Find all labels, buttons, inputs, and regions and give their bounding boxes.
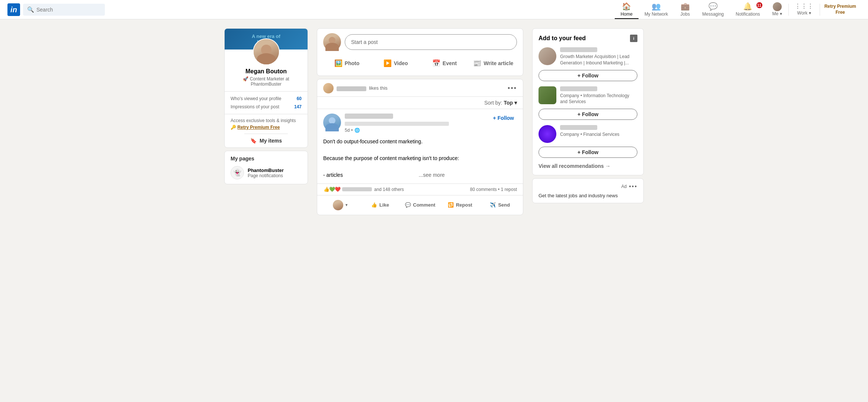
sort-bar: Sort by: Top ▾ <box>317 97 523 109</box>
feed-person-3-info: Company • Financial Services <box>560 125 637 138</box>
follow-person-1-button[interactable]: + Follow <box>539 70 637 81</box>
like-button[interactable]: ▾ <box>320 196 360 214</box>
follow-author-button[interactable]: + Follow <box>490 114 517 122</box>
profile-stat-views[interactable]: Who's viewed your profile 60 <box>231 95 302 103</box>
nav-me-label: Me ▾ <box>772 11 782 16</box>
article-icon: 📰 <box>473 59 481 67</box>
video-action[interactable]: ▶️ Video <box>372 55 419 71</box>
ad-more-icon[interactable]: ••• <box>629 183 637 190</box>
nav-notifications-label: Notifications <box>736 12 760 17</box>
post-line-3: Because the purpose of content marketing… <box>323 154 517 162</box>
author-name[interactable] <box>345 114 393 119</box>
view-all-recommendations[interactable]: View all recommendations → <box>539 163 637 169</box>
ad-text: Get the latest jobs and industry news <box>539 193 637 198</box>
see-more-link[interactable]: ...see more <box>419 172 445 178</box>
feed-person-3-name <box>560 125 597 130</box>
page-item[interactable]: 👻 PhantomBuster Page notifications <box>231 166 302 179</box>
feed-person-2-desc: Company • Information Technology and Ser… <box>560 93 637 105</box>
nav-home[interactable]: 🏠 Home <box>615 0 639 19</box>
event-action[interactable]: 📅 Event <box>421 55 468 71</box>
more-options-icon[interactable]: ••• <box>508 84 517 92</box>
linkedin-logo[interactable]: in <box>7 3 20 16</box>
nav-notifications[interactable]: 🔔 11 Notifications <box>730 0 766 19</box>
my-network-icon: 👥 <box>652 2 661 11</box>
profile-stat-impressions[interactable]: Impressions of your post 147 <box>231 103 302 111</box>
feed-person-2-info: Company • Information Technology and Ser… <box>560 86 637 105</box>
profile-title: 🚀 Content Marketer at PhantomBuster <box>225 75 308 91</box>
stat-impressions-value: 147 <box>294 104 302 109</box>
my-items-link[interactable]: 🔖 My items <box>244 134 288 147</box>
jobs-icon: 💼 <box>681 2 690 11</box>
engagers-name <box>342 187 372 191</box>
nav-messaging[interactable]: 💬 Messaging <box>696 0 730 19</box>
article-action[interactable]: 📰 Write article <box>470 55 517 71</box>
ad-label: Ad <box>621 184 627 189</box>
my-pages-title: My pages <box>231 156 302 162</box>
add-to-feed-card: Add to your feed i Growth Marketer Acqui… <box>532 28 644 175</box>
chevron-down-icon[interactable]: ▾ <box>345 203 347 207</box>
post-line-5: - articles ...see more <box>323 171 517 179</box>
stat-views-label: Who's viewed your profile <box>231 96 281 101</box>
globe-icon: 🌐 <box>354 128 360 133</box>
nav-my-network[interactable]: 👥 My Network <box>639 0 674 19</box>
profile-stats: Who's viewed your profile 60 Impressions… <box>225 91 308 114</box>
nav-jobs-label: Jobs <box>681 12 690 17</box>
profile-name[interactable]: Megan Bouton <box>241 68 291 75</box>
feed-person-1-info: Growth Marketer Acquisition | Lead Gener… <box>560 47 637 66</box>
nav-work[interactable]: ⋮⋮⋮ Work ▾ <box>789 0 820 19</box>
info-icon[interactable]: i <box>630 35 637 42</box>
profile-avatar-wrapper[interactable] <box>253 38 280 65</box>
nav-me[interactable]: Me ▾ <box>766 0 788 19</box>
nav-home-label: Home <box>621 12 633 17</box>
retry-premium-link[interactable]: Retry Premium Free <box>237 125 280 130</box>
profile-avatar <box>253 38 280 65</box>
feed-person-1-name <box>560 47 597 52</box>
start-post-button[interactable]: Start a post <box>345 34 517 50</box>
send-button[interactable]: ✈️ Send <box>480 196 520 214</box>
page-info: PhantomBuster Page notifications <box>248 168 284 178</box>
feed-person-1-desc: Growth Marketer Acquisition | Lead Gener… <box>560 54 637 66</box>
thumbs-up-icon: 👍 <box>371 202 377 208</box>
send-icon: ✈️ <box>490 202 496 208</box>
feed-avatar-3 <box>539 125 556 143</box>
separator: • <box>351 128 353 133</box>
follow-person-2-button[interactable]: + Follow <box>539 109 637 120</box>
right-sidebar: Add to your feed i Growth Marketer Acqui… <box>532 28 644 215</box>
liker-name <box>337 86 366 91</box>
search-input[interactable] <box>36 7 101 13</box>
article-label: Write article <box>483 60 513 66</box>
nav-jobs[interactable]: 💼 Jobs <box>674 0 696 19</box>
page-icon: 👻 <box>231 166 244 179</box>
repost-label: Repost <box>456 202 472 208</box>
feed-card-header: Add to your feed i <box>539 35 637 42</box>
follow-person-3-button[interactable]: + Follow <box>539 147 637 158</box>
bookmark-icon: 🔖 <box>250 138 257 144</box>
author-title <box>345 122 486 127</box>
comment-button[interactable]: 💬 Comment <box>400 196 440 214</box>
sort-value[interactable]: Top ▾ <box>504 100 517 106</box>
post-author-row: 5d • 🌐 + Follow <box>317 109 523 137</box>
post-actions: 🖼️ Photo ▶️ Video 📅 Event 📰 Write articl… <box>323 55 517 71</box>
author-meta: 5d • 🌐 <box>345 128 486 133</box>
like-action-button[interactable]: 👍 Like <box>360 196 400 214</box>
video-icon: ▶️ <box>383 59 392 67</box>
main-nav: 🏠 Home 👥 My Network 💼 Jobs 💬 Messaging 🔔… <box>615 0 861 19</box>
notifications-icon: 🔔 <box>743 2 752 11</box>
stat-impressions-label: Impressions of your post <box>231 104 279 109</box>
repost-button[interactable]: 🔁 Repost <box>440 196 480 214</box>
post-engagement: 👍 💚 ❤️ and 148 others 80 comments • 1 re… <box>317 184 523 195</box>
left-sidebar: A new era of leaation Megan Bouton 🚀 Con… <box>224 28 308 215</box>
post-creator-top: Start a post <box>323 33 517 51</box>
creator-avatar[interactable] <box>323 33 341 51</box>
nav-my-network-label: My Network <box>644 12 668 17</box>
post-author-avatar[interactable] <box>323 114 341 131</box>
love-emoji: ❤️ <box>334 186 341 193</box>
photo-action[interactable]: 🖼️ Photo <box>323 55 370 71</box>
feed-person-3: Company • Financial Services + Follow <box>539 125 637 158</box>
reaction-emojis: 👍 💚 ❤️ <box>323 186 340 193</box>
feed-person-1: Growth Marketer Acquisition | Lead Gener… <box>539 47 637 81</box>
notifications-badge: 11 <box>756 2 762 8</box>
search-bar[interactable]: 🔍 <box>23 4 105 16</box>
home-icon: 🏠 <box>622 2 631 11</box>
retry-premium-button[interactable]: Retry Premium Free <box>820 0 861 19</box>
